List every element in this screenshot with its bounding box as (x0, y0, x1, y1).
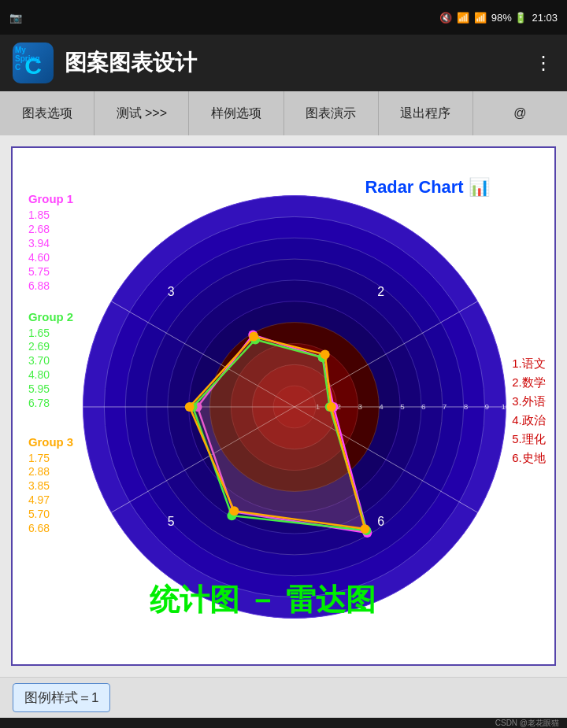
status-wifi-icon: 📶 (457, 12, 469, 24)
svg-text:4.60: 4.60 (28, 251, 50, 264)
svg-text:4: 4 (72, 402, 80, 416)
svg-text:2.数学: 2.数学 (512, 376, 545, 389)
chart-bottom-label: 统计图 － 雷达图 (149, 583, 376, 616)
status-bar: 📷 🔇 📶 📶 98% 🔋 21:03 (0, 0, 567, 35)
svg-text:5: 5 (168, 515, 175, 528)
radar-chart-svg: 1 2 3 4 5 6 7 8 9 10 2 3 4 5 6 1 (13, 148, 554, 664)
svg-text:1.85: 1.85 (28, 209, 50, 221)
svg-text:3.85: 3.85 (28, 479, 50, 492)
svg-text:Group 1: Group 1 (28, 193, 73, 205)
svg-text:1.65: 1.65 (28, 327, 50, 339)
chart-title: Radar Chart 📊 (365, 176, 490, 198)
svg-text:10: 10 (501, 402, 510, 411)
svg-text:3: 3 (358, 402, 362, 411)
svg-text:2.68: 2.68 (28, 223, 50, 235)
svg-point-49 (327, 402, 336, 412)
status-battery: 98% 🔋 (491, 12, 528, 24)
svg-text:2.69: 2.69 (28, 340, 50, 353)
svg-text:4: 4 (379, 402, 384, 411)
svg-text:4.政治: 4.政治 (512, 414, 545, 427)
svg-text:3.70: 3.70 (28, 354, 50, 367)
app-bar: MySpringC C 图案图表设计 ⋮ (0, 35, 567, 91)
svg-point-52 (185, 402, 195, 412)
svg-point-50 (321, 349, 330, 359)
svg-text:4.97: 4.97 (28, 493, 50, 506)
svg-text:5.70: 5.70 (28, 508, 50, 520)
svg-text:4.80: 4.80 (28, 368, 50, 381)
svg-text:6: 6 (377, 515, 384, 528)
svg-text:6.88: 6.88 (28, 279, 50, 292)
svg-text:7: 7 (443, 402, 447, 411)
app-icon-wrapper: MySpringC C (13, 42, 54, 83)
nav-bar: 图表选项 测试 >>> 样例选项 图表演示 退出程序 @ (0, 91, 567, 135)
chart-container: 1 2 3 4 5 6 7 8 9 10 2 3 4 5 6 1 (11, 146, 556, 666)
status-time: 21:03 (532, 12, 558, 24)
svg-text:8: 8 (464, 402, 469, 411)
legend-style-badge: 图例样式＝1 (13, 683, 110, 712)
svg-text:1.75: 1.75 (28, 452, 50, 464)
svg-text:3.外语: 3.外语 (512, 395, 545, 408)
nav-exit[interactable]: 退出程序 (379, 91, 473, 135)
bottom-status: 图例样式＝1 (0, 677, 567, 718)
svg-point-53 (229, 506, 239, 516)
nav-chart-demo[interactable]: 图表演示 (284, 91, 379, 135)
app-title: 图案图表设计 (65, 48, 197, 78)
svg-text:6: 6 (421, 402, 426, 411)
svg-point-51 (249, 332, 258, 342)
svg-text:1.语文: 1.语文 (512, 357, 545, 370)
attribution-bar: CSDN @老花眼猫 (0, 718, 567, 728)
svg-text:Group 3: Group 3 (28, 436, 73, 449)
svg-text:3: 3 (168, 285, 175, 298)
svg-text:Group 2: Group 2 (28, 311, 73, 323)
svg-text:5.理化: 5.理化 (512, 433, 545, 445)
svg-text:6.68: 6.68 (28, 522, 50, 534)
status-mute-icon: 🔇 (439, 12, 452, 24)
svg-text:3.94: 3.94 (28, 237, 50, 249)
status-signal-icon: 📶 (474, 12, 487, 24)
svg-text:5.75: 5.75 (28, 265, 50, 278)
nav-chart-options[interactable]: 图表选项 (0, 91, 94, 135)
svg-text:5: 5 (400, 402, 405, 411)
status-camera-icon: 📷 (9, 12, 22, 24)
svg-text:6.史地: 6.史地 (512, 452, 545, 464)
nav-at[interactable]: @ (473, 91, 567, 135)
svg-text:9: 9 (485, 402, 490, 411)
svg-text:5.95: 5.95 (28, 382, 50, 395)
nav-test[interactable]: 测试 >>> (94, 91, 189, 135)
nav-sample-options[interactable]: 样例选项 (189, 91, 284, 135)
svg-text:2.88: 2.88 (28, 465, 50, 478)
app-icon: MySpringC C (13, 42, 54, 83)
menu-dots-button[interactable]: ⋮ (534, 52, 554, 74)
svg-point-54 (360, 524, 369, 534)
svg-text:2: 2 (377, 285, 384, 298)
chart-area: 1 2 3 4 5 6 7 8 9 10 2 3 4 5 6 1 (0, 135, 567, 677)
svg-text:6.78: 6.78 (28, 397, 50, 409)
